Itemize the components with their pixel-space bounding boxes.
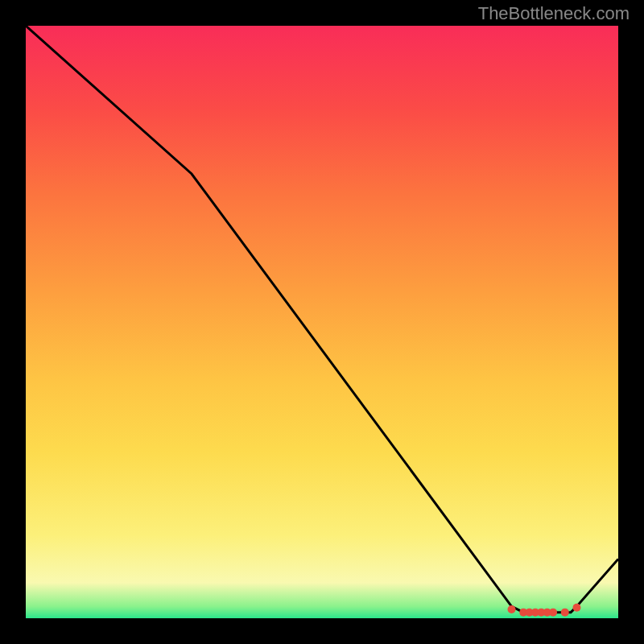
chart-svg (26, 26, 618, 618)
data-point-marker (549, 609, 557, 617)
curve-path (26, 26, 618, 613)
watermark-text: TheBottleneck.com (478, 3, 630, 24)
chart-container: TheBottleneck.com (0, 0, 644, 644)
data-point-marker (572, 604, 580, 612)
data-point-marker (508, 605, 516, 613)
data-point-marker (561, 609, 569, 617)
line-series (26, 26, 618, 613)
